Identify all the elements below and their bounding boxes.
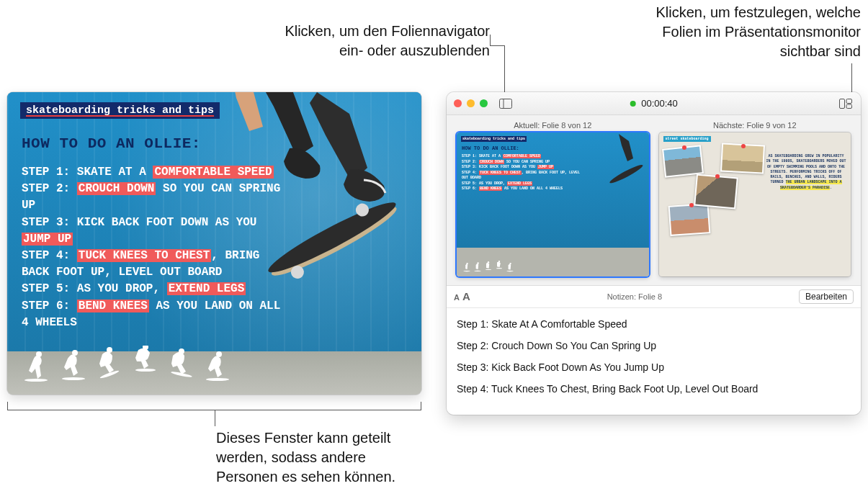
notes-body[interactable]: Step 1: Skate At A Comfortable Speed Ste… [447,308,861,415]
note-line: Step 2: Crouch Down So You Can Spring Up [457,340,851,351]
slide-tag: skateboarding tricks and tips [20,102,220,119]
bracket-stem [215,410,215,426]
callout-line [504,45,505,96]
next-text-b: . [830,186,832,190]
step-text: SKATE AT A [77,166,153,179]
note-line: Step 4: Tuck Knees To Chest, Bring Back … [457,383,851,395]
svg-point-24 [474,271,481,271]
svg-point-6 [62,377,85,380]
toggle-navigator-button[interactable] [498,97,514,110]
fullscreen-button[interactable] [480,99,488,107]
window-controls [454,99,488,107]
step-highlight: JUMP UP [22,233,73,246]
next-slide-label: Nächste: Folie 9 von 12 [659,121,851,130]
step-prefix: STEP 6: [22,300,77,312]
mini-skater [593,132,649,190]
step-prefix: STEP 4: [22,249,77,262]
svg-point-15 [216,351,222,357]
timer-status-dot [630,101,635,107]
step-4: STEP 4: TUCK KNEES TO CHEST, BRING BACK … [22,248,281,281]
font-smaller-icon: A [454,293,460,302]
svg-point-22 [463,271,470,271]
step-text: AS YOU DROP, [77,282,167,295]
timer-value: 00:00:40 [641,98,678,109]
mini-tag: skateboarding tricks and tips [461,136,527,142]
slide-title: HOW TO DO AN OLLIE: [22,135,201,152]
presentation-timer: 00:00:40 [630,98,678,109]
slide-previews: Aktuell: Folie 8 von 12 skateboarding tr… [447,115,861,286]
svg-rect-20 [846,104,852,109]
mini-steps: STEP 1: SKATE AT A COMFORTABLE SPEED STE… [462,154,581,192]
svg-point-14 [206,378,229,381]
sidebar-icon [499,99,512,109]
step-highlight: COMFORTABLE SPEED [153,166,273,179]
current-slide-column: Aktuell: Folie 8 von 12 skateboarding tr… [457,121,649,276]
presenter-display-window: 00:00:40 Aktuell: Folie 8 von 12 skatebo… [447,92,861,415]
step-highlight: EXTEND LEGS [167,282,246,295]
step-highlight: CROUCH DOWN [77,182,156,195]
shared-presentation-window: skateboarding tricks and tips HOW TO DO … [7,92,421,395]
edit-notes-button[interactable]: Bearbeiten [799,289,854,304]
callout-share: Dieses Fenster kann geteiltwerden, sodas… [216,428,475,487]
svg-point-21 [608,163,644,185]
step-prefix: STEP 1: [22,166,77,179]
svg-point-13 [179,348,184,354]
mini-title: HOW TO DO AN OLLIE: [462,145,519,151]
presenter-notes-pane: A A Notizen: Folie 8 Bearbeiten Step 1: … [447,286,861,415]
next-slide-column: Nächste: Folie 9 von 12 street skateboar… [659,121,851,276]
svg-rect-19 [846,99,852,103]
callout-line [490,35,491,45]
font-size-control[interactable]: A A [454,290,470,302]
titlebar: 00:00:40 [447,92,861,115]
next-slide-tag: street skateboarding [663,136,711,142]
close-button[interactable] [454,99,462,107]
step-2: STEP 2: CROUCH DOWN SO YOU CAN SPRING UP [22,181,281,214]
step-5: STEP 5: AS YOU DROP, EXTEND LEGS [22,281,281,297]
svg-rect-16 [500,99,512,108]
notes-toolbar: A A Notizen: Folie 8 Bearbeiten [447,286,861,308]
current-slide-label: Aktuell: Folie 8 von 12 [457,121,649,130]
svg-point-5 [36,351,42,357]
callout-line [851,63,852,96]
svg-point-1 [264,194,401,280]
current-slide-thumbnail[interactable]: skateboarding tricks and tips HOW TO DO … [457,132,649,276]
next-slide-thumbnail[interactable]: street skateboarding [659,132,851,276]
svg-point-10 [135,369,156,372]
callout-line [490,45,504,46]
notes-title: Notizen: Folie 8 [478,292,792,301]
step-1: STEP 1: SKATE AT A COMFORTABLE SPEED [22,164,281,181]
slide-steps: STEP 1: SKATE AT A COMFORTABLE SPEED STE… [22,164,281,331]
step-prefix: STEP 3: [22,216,77,229]
layout-panels-icon [839,99,852,109]
svg-point-7 [72,350,78,356]
callout-navigator: Klicken, um den Foliennavigatorein- oder… [202,22,490,60]
step-3: STEP 3: KICK BACK FOOT DOWN AS YOU JUMP … [22,215,281,248]
svg-point-4 [24,379,48,382]
svg-point-9 [107,347,112,353]
next-text-highlight: THE URBAN LANDSCAPE INTO A SKATEBOARDER'… [780,180,842,189]
step-prefix: STEP 5: [22,282,77,295]
callout-layout: Klicken, um festzulegen, welcheFolien im… [544,3,861,61]
step-text: KICK BACK FOOT DOWN AS YOU [77,216,257,229]
note-line: Step 3: Kick Back Foot Down As You Jump … [457,361,851,373]
configure-layout-button[interactable] [838,97,854,110]
next-slide-body: AS SKATEBOARDING GREW IN POPULARITY IN T… [766,154,846,191]
minimize-button[interactable] [467,99,475,107]
step-highlight: TUCK KNEES TO CHEST [77,249,211,262]
svg-point-26 [486,269,491,270]
step-highlight: BEND KNEES [77,300,149,312]
ollie-sequence-silhouettes [23,338,239,382]
font-larger-icon: A [462,290,470,302]
svg-point-30 [506,271,514,271]
share-window-bracket [7,402,421,410]
step-prefix: STEP 2: [22,182,77,195]
step-6: STEP 6: BEND KNEES AS YOU LAND ON ALL 4 … [22,298,281,331]
svg-rect-18 [840,99,845,108]
note-line: Step 1: Skate At A Comfortable Speed [457,318,851,330]
svg-point-28 [496,268,502,269]
